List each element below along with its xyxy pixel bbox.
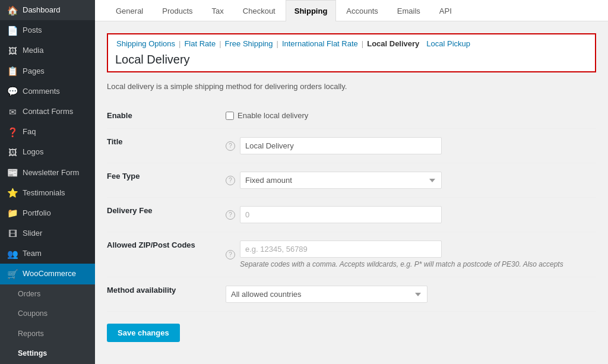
sep-3: |	[277, 39, 278, 48]
zip-input[interactable]	[240, 240, 442, 258]
page-description: Local delivery is a simple shipping meth…	[107, 82, 596, 91]
sidebar-item-posts[interactable]: 📄 Posts	[0, 20, 95, 40]
title-input[interactable]	[240, 137, 442, 154]
pages-icon: 📋	[7, 66, 18, 77]
sidebar-item-team[interactable]: 👥 Team	[0, 243, 95, 264]
sub-nav-wrapper: Shipping Options | Flat Rate | Free Ship…	[107, 33, 596, 72]
sidebar-item-media[interactable]: 🖼 Media	[0, 40, 95, 61]
cell-availability: All allowed countries Specific countries	[226, 277, 596, 312]
sidebar-item-pages[interactable]: 📋 Pages	[0, 61, 95, 81]
tab-products[interactable]: Products	[153, 0, 201, 21]
subnav-intl-flat-rate[interactable]: International Flat Rate	[281, 39, 359, 48]
cell-title: ?	[226, 129, 596, 163]
sidebar-item-orders[interactable]: Orders	[0, 284, 95, 305]
tab-api[interactable]: API	[430, 0, 461, 21]
faq-icon: ❓	[7, 126, 18, 137]
title-field-wrapper: ?	[226, 137, 596, 154]
tab-checkout[interactable]: Checkout	[234, 0, 284, 21]
row-delivery-fee: Delivery Fee ?	[107, 198, 596, 232]
page-title: Local Delivery	[115, 53, 588, 67]
sidebar-submenu-woocommerce: Orders Coupons Reports Settings	[0, 284, 95, 364]
fee-type-field-wrapper: ? Fixed amount Percentage	[226, 172, 596, 189]
sidebar-item-faq[interactable]: ❓ Faq	[0, 122, 95, 142]
tab-accounts[interactable]: Accounts	[337, 0, 387, 21]
subnav-current: Local Delivery	[366, 39, 420, 48]
label-delivery-fee: Delivery Fee	[107, 198, 226, 232]
cell-delivery-fee: ?	[226, 198, 596, 232]
tab-emails[interactable]: Emails	[388, 0, 429, 21]
contact-forms-icon: ✉	[7, 106, 18, 117]
delivery-fee-input[interactable]	[240, 206, 442, 223]
sidebar-item-portfolio[interactable]: 📁 Portfolio	[0, 203, 95, 223]
woocommerce-icon: 🛒	[7, 269, 18, 280]
portfolio-icon: 📁	[7, 208, 18, 219]
cell-zip: ? Separate codes with a comma. Accepts w…	[226, 232, 596, 277]
dashboard-icon: 🏠	[7, 5, 18, 15]
sidebar: 🏠 Dashboard 📄 Posts 🖼 Media 📋 Pages 💬 Co…	[0, 0, 95, 364]
sidebar-item-contact-forms[interactable]: ✉ Contact Forms	[0, 102, 95, 122]
row-title: Title ?	[107, 129, 596, 163]
main-content: General Products Tax Checkout Shipping A…	[95, 0, 608, 364]
subnav-free-shipping[interactable]: Free Shipping	[224, 39, 274, 48]
testimonials-icon: ⭐	[7, 188, 18, 198]
enable-checkbox[interactable]	[226, 112, 234, 120]
enable-checkbox-text: Enable local delivery	[238, 111, 308, 120]
content-area: Shipping Options | Flat Rate | Free Ship…	[95, 21, 608, 364]
sidebar-item-settings[interactable]: Settings	[0, 344, 95, 364]
slider-icon: 🎞	[7, 228, 18, 239]
subnav-local-pickup[interactable]: Local Pickup	[425, 39, 471, 48]
cell-enable: Enable local delivery	[226, 103, 596, 129]
subnav-flat-rate[interactable]: Flat Rate	[183, 39, 217, 48]
sub-nav: Shipping Options | Flat Rate | Free Ship…	[115, 39, 588, 48]
sep-4: |	[362, 39, 363, 48]
label-zip: Allowed ZIP/Post Codes	[107, 232, 226, 277]
tab-general[interactable]: General	[107, 0, 152, 21]
sidebar-item-slider[interactable]: 🎞 Slider	[0, 223, 95, 243]
subnav-shipping-options[interactable]: Shipping Options	[115, 39, 176, 48]
enable-checkbox-label[interactable]: Enable local delivery	[226, 111, 596, 120]
zip-help-icon[interactable]: ?	[226, 250, 235, 259]
delivery-fee-field-wrapper: ?	[226, 206, 596, 223]
sidebar-item-coupons[interactable]: Coupons	[0, 304, 95, 324]
sidebar-item-woocommerce[interactable]: 🛒 WooCommerce	[0, 264, 95, 284]
logos-icon: 🖼	[7, 147, 18, 157]
sep-2: |	[219, 39, 221, 48]
row-enable: Enable Enable local delivery	[107, 103, 596, 129]
row-availability: Method availability All allowed countrie…	[107, 277, 596, 312]
comments-icon: 💬	[7, 86, 18, 97]
tab-shipping[interactable]: Shipping	[286, 0, 337, 21]
fee-type-help-icon[interactable]: ?	[226, 176, 235, 185]
top-tabs: General Products Tax Checkout Shipping A…	[95, 0, 608, 21]
posts-icon: 📄	[7, 25, 18, 36]
label-fee-type: Fee Type	[107, 163, 226, 198]
title-help-icon[interactable]: ?	[226, 141, 235, 151]
save-button[interactable]: Save changes	[107, 324, 180, 342]
label-title: Title	[107, 129, 226, 163]
zip-help-text: Separate codes with a comma. Accepts wil…	[240, 260, 563, 268]
sidebar-item-dashboard[interactable]: 🏠 Dashboard	[0, 0, 95, 20]
newsletter-icon: 📰	[7, 167, 18, 178]
sidebar-item-logos[interactable]: 🖼 Logos	[0, 142, 95, 162]
zip-field-wrapper: ? Separate codes with a comma. Accepts w…	[226, 240, 596, 268]
row-fee-type: Fee Type ? Fixed amount Percentage	[107, 163, 596, 198]
tab-tax[interactable]: Tax	[203, 0, 233, 21]
media-icon: 🖼	[7, 45, 18, 56]
sidebar-item-comments[interactable]: 💬 Comments	[0, 81, 95, 102]
settings-form: Enable Enable local delivery Title ?	[107, 103, 596, 312]
label-enable: Enable	[107, 103, 226, 129]
sidebar-item-newsletter[interactable]: 📰 Newsletter Form	[0, 163, 95, 183]
sidebar-item-testimonials[interactable]: ⭐ Testimonials	[0, 183, 95, 203]
row-zip: Allowed ZIP/Post Codes ? Separate codes …	[107, 232, 596, 277]
cell-fee-type: ? Fixed amount Percentage	[226, 163, 596, 198]
team-icon: 👥	[7, 248, 18, 259]
availability-select[interactable]: All allowed countries Specific countries	[226, 286, 428, 303]
label-availability: Method availability	[107, 277, 226, 312]
sep-1: |	[179, 39, 180, 48]
sidebar-item-reports[interactable]: Reports	[0, 324, 95, 344]
fee-type-select[interactable]: Fixed amount Percentage	[240, 172, 442, 189]
delivery-fee-help-icon[interactable]: ?	[226, 210, 235, 220]
